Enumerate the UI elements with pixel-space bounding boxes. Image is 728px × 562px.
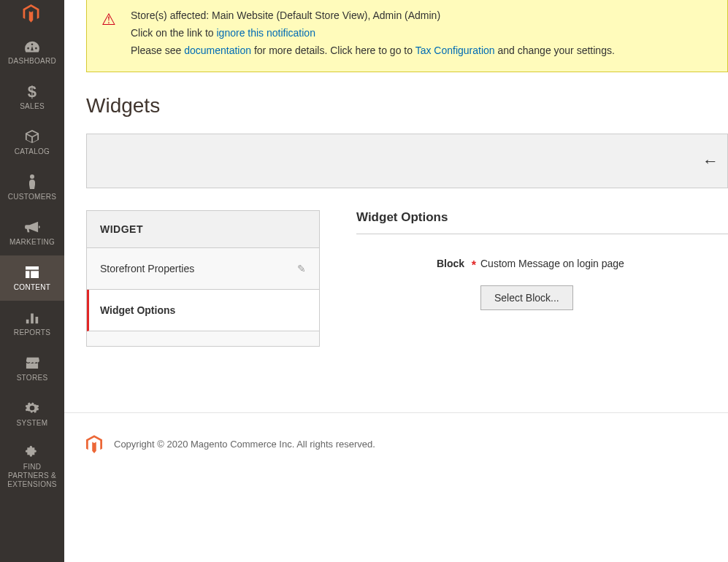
tab-header: WIDGET [87,211,319,248]
puzzle-icon [25,444,39,460]
nav-stores[interactable]: STORES [0,346,64,391]
block-value: Custom Message on login page [480,255,728,269]
tab-spacer [87,331,319,346]
nav-dashboard[interactable]: DASHBOARD [0,29,64,74]
nav-sales[interactable]: $ SALES [0,74,64,120]
back-arrow-icon[interactable]: ← [702,152,719,171]
pencil-icon: ✎ [297,263,306,274]
ignore-link[interactable]: ignore this notification [217,27,315,39]
tab-label: Widget Options [100,304,175,316]
box-icon [24,128,40,145]
nav-label: FIND PARTNERS & EXTENSIONS [3,463,61,489]
notice-text: Click on the link to [131,27,217,39]
page-title: Widgets [86,94,728,118]
nav-label: REPORTS [14,328,50,337]
block-field-row: Block * Custom Message on login page [356,255,728,269]
nav-reports[interactable]: REPORTS [0,301,64,346]
content-area: WIDGET Storefront Properties ✎ Widget Op… [86,210,728,347]
tab-widget-options[interactable]: Widget Options [87,290,319,331]
nav-partners[interactable]: FIND PARTNERS & EXTENSIONS [0,436,64,496]
tab-storefront-properties[interactable]: Storefront Properties ✎ [87,248,319,290]
gear-icon [25,400,39,416]
tax-config-link[interactable]: Tax Configuration [415,45,495,56]
nav-label: CUSTOMERS [8,193,56,201]
label-text: Block [437,258,464,269]
magento-logo-footer [86,435,102,453]
warning-icon: ⚠ [101,6,116,33]
required-asterisk: * [472,259,476,272]
megaphone-icon [24,219,40,235]
nav-label: STORES [17,374,48,382]
warning-notice: ⚠ Store(s) affected: Main Website (Defau… [86,0,728,72]
section-title: Widget Options [356,210,728,234]
block-label: Block * [356,255,480,269]
nav-system[interactable]: SYSTEM [0,391,64,436]
svg-text:$: $ [28,83,37,99]
main-content: ⚠ Store(s) affected: Main Website (Defau… [64,0,728,347]
select-block-button[interactable]: Select Block... [480,285,573,310]
nav-label: SALES [20,102,45,111]
button-row: Select Block... [480,285,728,310]
nav-label: DASHBOARD [8,57,56,66]
nav-label: SYSTEM [17,419,48,428]
notice-line1: Store(s) affected: Main Website (Default… [131,7,713,25]
nav-content[interactable]: CONTENT [0,255,64,301]
nav-label: MARKETING [9,238,55,247]
magento-logo[interactable] [0,0,64,29]
notice-line3: Please see documentation for more detail… [131,42,713,60]
sidebar: DASHBOARD $ SALES CATALOG CUSTOMERS MARK… [0,0,64,562]
footer: Copyright © 2020 Magento Commerce Inc. A… [64,412,728,475]
gauge-icon [24,38,40,54]
copyright-text: Copyright © 2020 Magento Commerce Inc. A… [114,439,375,450]
action-toolbar: ← [86,134,728,188]
documentation-link[interactable]: documentation [184,45,251,56]
nav-marketing[interactable]: MARKETING [0,210,64,255]
bars-icon [25,309,39,326]
store-icon [24,355,40,371]
widget-options-panel: Widget Options Block * Custom Message on… [356,210,728,347]
notice-text: Please see [131,45,184,56]
tab-label: Storefront Properties [100,263,194,274]
widget-tabs: WIDGET Storefront Properties ✎ Widget Op… [86,210,320,347]
notice-text: and change your settings. [495,45,615,56]
nav-label: CONTENT [14,283,50,292]
person-icon [27,174,37,190]
nav-label: CATALOG [15,147,50,156]
layout-icon [25,264,39,280]
dollar-icon: $ [27,83,37,99]
notice-text: for more details. Click here to go to [251,45,415,56]
nav-catalog[interactable]: CATALOG [0,120,64,165]
nav-customers[interactable]: CUSTOMERS [0,165,64,210]
notice-line2: Click on the link to ignore this notific… [131,25,713,42]
